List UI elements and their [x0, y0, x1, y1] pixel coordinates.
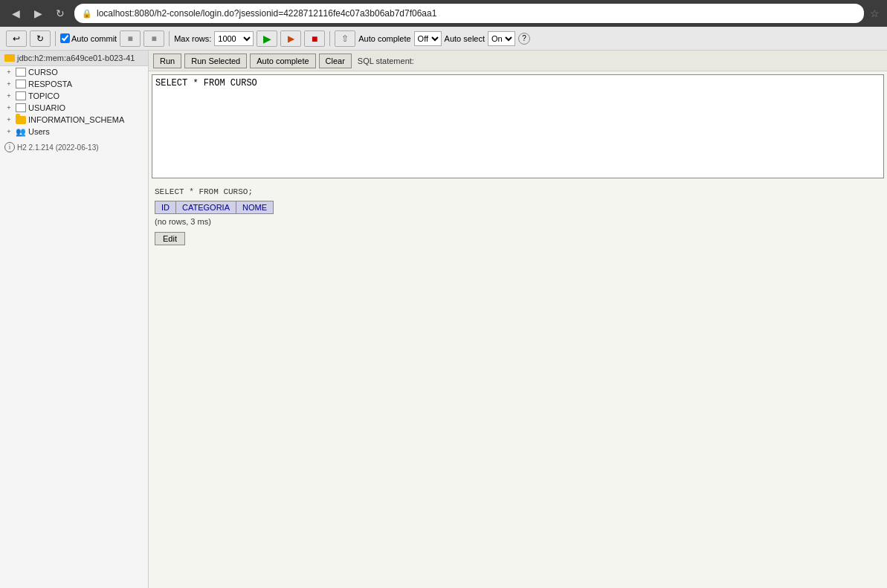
stop-button[interactable]: ■ — [304, 30, 325, 47]
results-info: (no rows, 3 ms) — [155, 217, 881, 226]
main-layout: jdbc:h2:mem:a649ce01-b023-41 + CURSO + R… — [0, 51, 887, 588]
right-panel: Run Run Selected Auto complete Clear SQL… — [149, 51, 887, 588]
url-text: localhost:8080/h2-console/login.do?jsess… — [97, 8, 436, 19]
sidebar: jdbc:h2:mem:a649ce01-b023-41 + CURSO + R… — [0, 51, 149, 588]
help-icon: ? — [522, 34, 526, 42]
refresh-db-icon: ↻ — [33, 32, 47, 45]
version-label: H2 2.1.214 (2022-06-13) — [17, 143, 99, 152]
results-query-text: SELECT * FROM CURSO; — [155, 187, 881, 196]
address-bar: 🔒 localhost:8080/h2-console/login.do?jse… — [74, 4, 864, 23]
run-icon: ▶ — [260, 32, 274, 45]
run-button-toolbar[interactable]: ▶ — [257, 30, 277, 47]
auto-complete-select[interactable]: Off On — [414, 31, 442, 46]
forward-button[interactable]: ▶ — [30, 5, 46, 22]
auto-complete-button[interactable]: Auto complete — [250, 54, 315, 68]
commit-button[interactable]: ■ — [120, 30, 141, 47]
expand-topico-icon: + — [4, 91, 13, 100]
sidebar-label-information-schema: INFORMATION_SCHEMA — [28, 115, 124, 124]
users-icon: 👥 — [16, 127, 26, 136]
edit-button[interactable]: Edit — [155, 232, 185, 245]
max-rows-label: Max rows: — [174, 34, 211, 43]
separator-2 — [169, 31, 170, 46]
refresh-db-button[interactable]: ↻ — [30, 30, 51, 47]
folder-icon-schema — [16, 116, 26, 124]
expand-curso-icon: + — [4, 68, 13, 77]
sql-statement-label: SQL statement: — [358, 56, 414, 65]
expand-usuario-icon: + — [4, 103, 13, 112]
max-rows-select[interactable]: 1000 100 500 10000 — [214, 31, 254, 46]
connection-label: jdbc:h2:mem:a649ce01-b023-41 — [17, 54, 135, 62]
disconnect-icon: ↩ — [10, 32, 23, 45]
bookmark-icon[interactable]: ☆ — [870, 7, 880, 19]
col-header-id[interactable]: ID — [155, 201, 176, 214]
disconnect-button[interactable]: ↩ — [6, 30, 27, 47]
sidebar-item-topico[interactable]: + TOPICO — [0, 90, 148, 102]
connection-icon — [4, 54, 15, 62]
sidebar-label-users: Users — [28, 127, 50, 136]
sidebar-item-resposta[interactable]: + RESPOSTA — [0, 78, 148, 90]
separator-3 — [329, 31, 330, 46]
sidebar-item-users[interactable]: + 👥 Users — [0, 126, 148, 138]
run-selected-button-toolbar[interactable]: ▶ — [280, 30, 301, 47]
col-header-nome[interactable]: NOME — [236, 201, 273, 214]
auto-commit-text: Auto commit — [71, 34, 117, 43]
clear-button[interactable]: Clear — [319, 54, 352, 68]
sidebar-label-topico: TOPICO — [28, 91, 59, 100]
results-area: SELECT * FROM CURSO; ID CATEGORIA NOME (… — [149, 181, 887, 588]
table-icon-topico — [16, 91, 26, 100]
table-icon-curso — [16, 68, 26, 77]
export-button[interactable]: ⇧ — [335, 30, 355, 47]
sidebar-version-item: i H2 2.1.214 (2022-06-13) — [0, 140, 148, 154]
sql-textarea[interactable]: SELECT * FROM CURSO — [152, 75, 883, 178]
expand-schema-icon: + — [4, 115, 13, 124]
sidebar-label-resposta: RESPOSTA — [28, 80, 72, 88]
auto-complete-label: Auto complete — [358, 34, 410, 43]
auto-commit-checkbox[interactable] — [60, 33, 70, 43]
run-selected-icon: ▶ — [284, 32, 297, 45]
expand-resposta-icon: + — [4, 80, 13, 88]
sidebar-item-information-schema[interactable]: + INFORMATION_SCHEMA — [0, 114, 148, 126]
sql-editor: SELECT * FROM CURSO — [152, 74, 884, 178]
info-icon: i — [4, 142, 15, 152]
auto-commit-label: Auto commit — [60, 33, 117, 43]
sidebar-item-curso[interactable]: + CURSO — [0, 66, 148, 78]
browser-chrome: ◀ ▶ ↻ 🔒 localhost:8080/h2-console/login.… — [0, 0, 887, 27]
expand-users-icon: + — [4, 127, 13, 136]
col-header-categoria[interactable]: CATEGORIA — [176, 201, 236, 214]
sidebar-label-usuario: USUARIO — [28, 103, 65, 112]
run-button[interactable]: Run — [153, 54, 181, 68]
sql-action-bar: Run Run Selected Auto complete Clear SQL… — [149, 51, 887, 71]
refresh-button[interactable]: ↻ — [52, 5, 68, 22]
commit-icon: ■ — [123, 32, 137, 45]
stop-icon: ■ — [308, 32, 321, 45]
help-button[interactable]: ? — [518, 33, 530, 45]
results-header-row: ID CATEGORIA NOME — [155, 201, 274, 214]
lock-icon: 🔒 — [82, 9, 92, 19]
table-icon-usuario — [16, 103, 26, 112]
auto-select-label: Auto select — [445, 34, 485, 43]
rollback-icon: ■ — [147, 32, 161, 45]
auto-select-select[interactable]: On Off — [488, 31, 515, 46]
sidebar-label-curso: CURSO — [28, 68, 58, 77]
export-icon: ⇧ — [338, 32, 352, 45]
back-button[interactable]: ◀ — [7, 5, 24, 22]
run-selected-button[interactable]: Run Selected — [184, 54, 247, 68]
separator-1 — [55, 31, 56, 46]
h2-toolbar: ↩ ↻ Auto commit ■ ■ Max rows: 1000 100 5… — [0, 27, 887, 51]
results-table: ID CATEGORIA NOME — [155, 201, 274, 214]
sidebar-item-usuario[interactable]: + USUARIO — [0, 102, 148, 114]
connection-item[interactable]: jdbc:h2:mem:a649ce01-b023-41 — [0, 51, 148, 66]
table-icon-resposta — [16, 80, 26, 88]
rollback-button[interactable]: ■ — [143, 30, 164, 47]
